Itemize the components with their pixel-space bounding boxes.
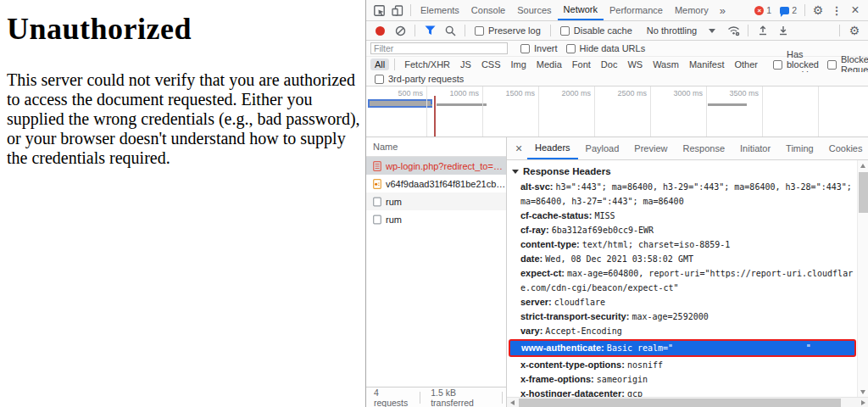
request-row[interactable]: v64f9daad31f64f81be21cbef6...: [366, 175, 506, 192]
filter-chip-media[interactable]: Media: [532, 59, 566, 70]
third-party-checkbox[interactable]: [375, 75, 384, 84]
hide-data-urls-label: Hide data URLs: [580, 43, 646, 53]
record-button[interactable]: [370, 21, 389, 40]
hide-data-urls-checkbox[interactable]: [566, 44, 576, 53]
settings-button[interactable]: ⚙: [809, 1, 827, 20]
main-tab-elements[interactable]: Elements: [415, 0, 465, 20]
filter-chip-other[interactable]: Other: [730, 59, 762, 70]
throttling-value: No throttling: [647, 25, 697, 36]
filter-toggle-button[interactable]: [420, 21, 439, 40]
screen: Unauthorized This server could not verif…: [0, 0, 868, 407]
request-row[interactable]: rum: [366, 210, 506, 228]
preserve-log-checkbox[interactable]: [475, 26, 484, 36]
main-tab-sources[interactable]: Sources: [511, 0, 557, 20]
requests-list-empty-area: [366, 228, 506, 387]
main-tab-performance[interactable]: Performance: [604, 0, 669, 20]
main-tab-network[interactable]: Network: [558, 0, 604, 20]
generic-icon: [373, 215, 381, 225]
header-value: 6ba312af69eb0cc9-EWR: [552, 226, 654, 235]
timeline-tick-label: 3000 ms: [655, 89, 703, 98]
device-toolbar-button[interactable]: [388, 1, 407, 20]
filter-chip-js[interactable]: JS: [456, 59, 476, 70]
header-name: x-content-type-options:: [520, 360, 625, 370]
invert-toggle[interactable]: Invert: [516, 43, 562, 53]
more-tabs-button[interactable]: »: [715, 4, 731, 17]
detail-tab-payload[interactable]: Payload: [578, 137, 627, 159]
request-name: rum: [386, 197, 402, 207]
name-column-header[interactable]: Name: [366, 137, 506, 157]
network-conditions-button[interactable]: [724, 21, 743, 40]
vertical-scrollbar[interactable]: [857, 160, 868, 397]
menu-button[interactable]: ⋮: [827, 1, 846, 20]
detail-tab-preview[interactable]: Preview: [626, 137, 675, 159]
filter-chip-fetch-xhr[interactable]: Fetch/XHR: [400, 59, 454, 70]
close-devtools-button[interactable]: ×: [846, 1, 865, 20]
filter-chip-css[interactable]: CSS: [477, 59, 505, 70]
has-blocked-cookies-checkbox[interactable]: [773, 60, 782, 70]
divider: [415, 25, 415, 36]
import-har-button[interactable]: [754, 21, 772, 40]
overview-request-dot: [430, 104, 432, 106]
header-row: server: cloudflare: [507, 295, 856, 309]
detail-tab-timing[interactable]: Timing: [778, 137, 821, 159]
detail-tab-initiator[interactable]: Initiator: [732, 137, 778, 159]
close-detail-button[interactable]: ×: [510, 140, 527, 157]
preserve-log-toggle[interactable]: Preserve log: [470, 25, 545, 36]
network-main: Name wp-login.php?redirect_to=htt...v64f…: [366, 137, 868, 407]
main-tab-console[interactable]: Console: [465, 0, 511, 20]
header-value: cloudflare: [554, 298, 605, 307]
scroll-left-button[interactable]: [507, 398, 517, 407]
header-row-highlighted: www-authenticate: Basic realm=" ": [509, 339, 856, 357]
scroll-down-button[interactable]: [858, 387, 868, 397]
message-badge[interactable]: 2: [776, 5, 801, 15]
scroll-right-button[interactable]: [858, 398, 868, 407]
disable-cache-toggle[interactable]: Disable cache: [556, 25, 637, 36]
filter-chip-ws[interactable]: WS: [623, 59, 647, 70]
horizontal-scrollbar[interactable]: [507, 397, 868, 407]
detail-tab-headers[interactable]: Headers: [527, 137, 578, 159]
error-count: 1: [766, 5, 771, 15]
blocked-requests-checkbox[interactable]: [827, 60, 837, 70]
third-party-toggle[interactable]: 3rd-party requests: [370, 74, 468, 84]
horizontal-scroll-thumb[interactable]: [519, 399, 841, 407]
inspect-element-button[interactable]: [370, 1, 388, 20]
network-settings-button[interactable]: ⚙: [845, 21, 864, 40]
overview-selected-range-bar: [368, 99, 432, 108]
request-row[interactable]: rum: [366, 192, 506, 210]
search-button[interactable]: [441, 21, 459, 40]
hide-data-urls-toggle[interactable]: Hide data URLs: [562, 43, 650, 53]
detail-tab-cookies[interactable]: Cookies: [821, 137, 868, 159]
main-tab-memory[interactable]: Memory: [669, 0, 715, 20]
filter-input[interactable]: [370, 42, 508, 54]
throttling-select[interactable]: No throttling: [638, 25, 722, 36]
filter-chip-wasm[interactable]: Wasm: [648, 59, 683, 70]
request-row[interactable]: wp-login.php?redirect_to=htt...: [366, 157, 506, 175]
scroll-up-button[interactable]: [858, 160, 868, 170]
document-error-icon: [373, 161, 381, 171]
device-toolbar-icon: [392, 5, 403, 16]
clear-button[interactable]: [391, 21, 409, 40]
export-har-button[interactable]: [774, 21, 793, 40]
headers-panel: Response Headers alt-svc: h3=":443"; ma=…: [507, 160, 868, 407]
filter-chip-doc[interactable]: Doc: [597, 59, 622, 70]
detail-tab-response[interactable]: Response: [675, 137, 732, 159]
divider: [394, 59, 395, 70]
web-page: Unauthorized This server could not verif…: [0, 0, 365, 407]
timeline-overview[interactable]: 500 ms1000 ms1500 ms2000 ms2500 ms3000 m…: [366, 86, 868, 137]
detail-tabbar: × HeadersPayloadPreviewResponseInitiator…: [507, 137, 868, 160]
disable-cache-checkbox[interactable]: [560, 26, 570, 36]
filter-chip-manifest[interactable]: Manifest: [685, 59, 729, 70]
filter-chip-font[interactable]: Font: [568, 59, 595, 70]
timeline-gridline: [594, 86, 595, 137]
invert-checkbox[interactable]: [520, 44, 530, 53]
filter-chip-all[interactable]: All: [370, 59, 389, 70]
inspect-icon: [374, 5, 385, 16]
error-badge[interactable]: × 1: [750, 5, 776, 15]
header-value: nosniff: [627, 360, 663, 370]
response-headers-title: Response Headers: [523, 166, 611, 176]
filter-chip-img[interactable]: Img: [507, 59, 531, 70]
timeline-tick-label: 3500 ms: [711, 89, 759, 98]
divider: [420, 392, 420, 404]
response-headers-section-toggle[interactable]: Response Headers: [507, 160, 856, 180]
vertical-scroll-thumb[interactable]: [859, 172, 868, 213]
